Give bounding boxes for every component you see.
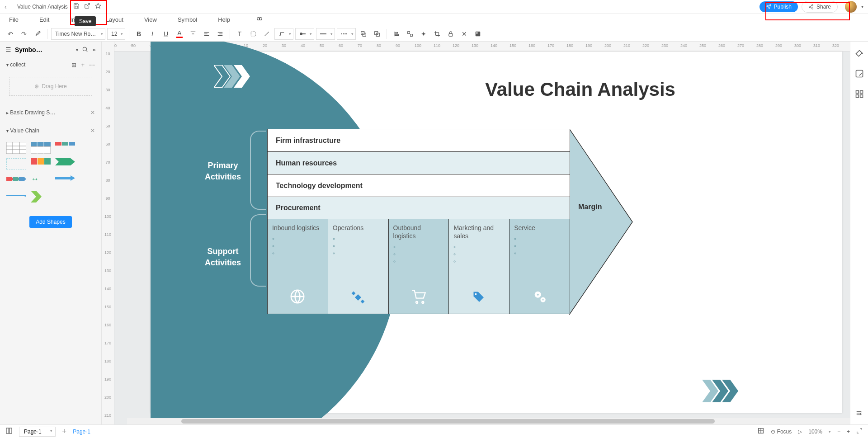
align-button[interactable] — [391, 28, 402, 40]
font-size-select[interactable]: 12 — [107, 28, 125, 40]
export-panel-icon[interactable] — [855, 69, 864, 80]
sidebar-search-icon[interactable] — [82, 46, 88, 54]
shape-table-1[interactable] — [6, 142, 26, 154]
shape-line-1[interactable] — [6, 191, 26, 203]
arrow-start-select[interactable] — [295, 28, 314, 40]
star-icon[interactable] — [95, 3, 101, 10]
drag-here-area[interactable]: ⊕ Drag Here — [9, 77, 92, 96]
diagram-arrow-body: Firm infrastructure Human resources Tech… — [267, 129, 570, 314]
text-align-button[interactable] — [201, 28, 212, 40]
share-button[interactable]: Share — [802, 1, 838, 13]
collect-grid-icon[interactable]: ⊞ — [71, 61, 76, 68]
text-indent-button[interactable] — [214, 28, 226, 40]
tools-button[interactable]: ✕ — [458, 28, 470, 40]
sidebar-collect-row[interactable]: ▾ collect ⊞ + ⋯ — [0, 58, 101, 71]
font-select[interactable]: Times New Ro… — [51, 28, 105, 40]
export-icon[interactable] — [84, 3, 90, 10]
sidebar-dropdown-caret[interactable]: ▾ — [76, 47, 78, 52]
back-button[interactable]: ‹ — [5, 3, 14, 10]
sidebar-section-basic[interactable]: ▸ Basic Drawing S… ✕ — [0, 106, 101, 119]
collect-more-icon[interactable]: ⋯ — [89, 61, 95, 68]
canvas-page[interactable]: Value Chain Analysis Primary Activities … — [151, 52, 842, 413]
grid-panel-icon[interactable] — [855, 89, 864, 101]
horizontal-scrollbar[interactable] — [127, 418, 850, 424]
fill-button[interactable] — [247, 28, 259, 40]
text-valign-button[interactable] — [187, 28, 199, 40]
save-icon[interactable] — [73, 3, 80, 10]
collect-add-icon[interactable]: + — [81, 61, 85, 68]
beautify-button[interactable]: ✦ — [418, 28, 429, 40]
svg-rect-51 — [6, 158, 26, 170]
group-button[interactable] — [404, 28, 416, 40]
shape-table-4[interactable] — [6, 158, 26, 170]
container-button[interactable] — [472, 28, 484, 40]
fill-panel-icon[interactable] — [855, 49, 864, 60]
italic-button[interactable]: I — [146, 28, 158, 40]
section-basic-close[interactable]: ✕ — [90, 109, 95, 116]
redo-button[interactable]: ↷ — [18, 28, 30, 40]
tag-icon — [472, 291, 486, 307]
shape-arrow-2[interactable] — [55, 174, 75, 186]
page-select[interactable]: Page-1 — [19, 427, 56, 437]
focus-mode[interactable]: ⊙Focus — [771, 429, 792, 435]
row-procurement: Procurement — [267, 197, 570, 219]
send-back-button[interactable] — [358, 28, 369, 40]
svg-rect-44 — [31, 142, 51, 146]
shape-table-3[interactable] — [55, 142, 75, 154]
svg-rect-53 — [38, 158, 44, 165]
line-dash-select[interactable] — [337, 28, 356, 40]
user-menu-caret[interactable]: ▾ — [861, 4, 863, 9]
format-painter-button[interactable] — [32, 28, 43, 40]
zoom-caret[interactable]: ▾ — [829, 429, 831, 434]
svg-rect-87 — [856, 95, 859, 98]
right-rail-collapse[interactable] — [850, 410, 868, 418]
undo-button[interactable]: ↶ — [5, 28, 16, 40]
text-tool-button[interactable]: T — [234, 28, 245, 40]
lock-button[interactable] — [445, 28, 457, 40]
zoom-in-button[interactable]: + — [847, 429, 850, 435]
sidebar-section-valuechain[interactable]: ▾ Value Chain ✕ — [0, 124, 101, 137]
svg-point-62 — [24, 195, 26, 197]
section-valuechain-close[interactable]: ✕ — [90, 127, 95, 134]
line-tool-button[interactable] — [261, 28, 273, 40]
add-shapes-button[interactable]: Add Shapes — [29, 216, 71, 228]
shape-chevron-1[interactable] — [55, 158, 75, 170]
infinite-canvas-icon[interactable] — [757, 427, 764, 436]
publish-button[interactable]: Publish — [760, 1, 798, 12]
zoom-out-button[interactable]: − — [837, 429, 840, 435]
page-tab[interactable]: Page-1 — [73, 429, 90, 435]
globe-icon — [290, 289, 305, 307]
connector-select[interactable] — [274, 28, 293, 40]
sidebar-collapse-icon[interactable]: « — [93, 46, 96, 54]
menu-edit[interactable]: Edit — [39, 16, 49, 23]
menu-search-icon[interactable] — [255, 16, 264, 24]
ruler-vertical: 1020304050607080901001101201301401501601… — [102, 42, 114, 424]
menu-file[interactable]: File — [9, 16, 19, 23]
presentation-icon[interactable]: ▷ — [798, 429, 802, 435]
status-bar: Page-1 + Page-1 ⊙Focus ▷ 100% ▾ − + — [0, 424, 868, 438]
line-style-select[interactable] — [316, 28, 335, 40]
menu-layout[interactable]: Layout — [106, 16, 123, 23]
zoom-level[interactable]: 100% — [808, 429, 822, 435]
menu-help[interactable]: Help — [218, 16, 230, 23]
font-color-button[interactable]: A — [174, 28, 185, 40]
underline-button[interactable]: U — [160, 28, 172, 40]
shape-table-2[interactable] — [31, 142, 51, 154]
horizontal-scrollbar-thumb[interactable] — [181, 419, 715, 424]
shape-chevron-big[interactable] — [31, 191, 51, 203]
sidebar-header: ☰ Symbo… ▾ « — [0, 42, 101, 58]
bring-front-button[interactable] — [371, 28, 383, 40]
shape-chevron-2[interactable] — [6, 174, 26, 186]
bold-button[interactable]: B — [133, 28, 145, 40]
user-avatar[interactable] — [845, 1, 857, 13]
menu-view[interactable]: View — [144, 16, 157, 23]
chevrons-top-left — [214, 65, 255, 89]
shape-bar-1[interactable] — [31, 158, 51, 170]
svg-line-38 — [86, 50, 87, 52]
shape-arrow-1[interactable]: ↔ — [31, 174, 51, 186]
crop-button[interactable] — [431, 28, 443, 40]
menu-symbol[interactable]: Symbol — [178, 16, 197, 23]
fullscreen-icon[interactable] — [856, 428, 863, 435]
add-page-button[interactable]: + — [62, 427, 67, 436]
pages-icon[interactable] — [5, 427, 13, 436]
